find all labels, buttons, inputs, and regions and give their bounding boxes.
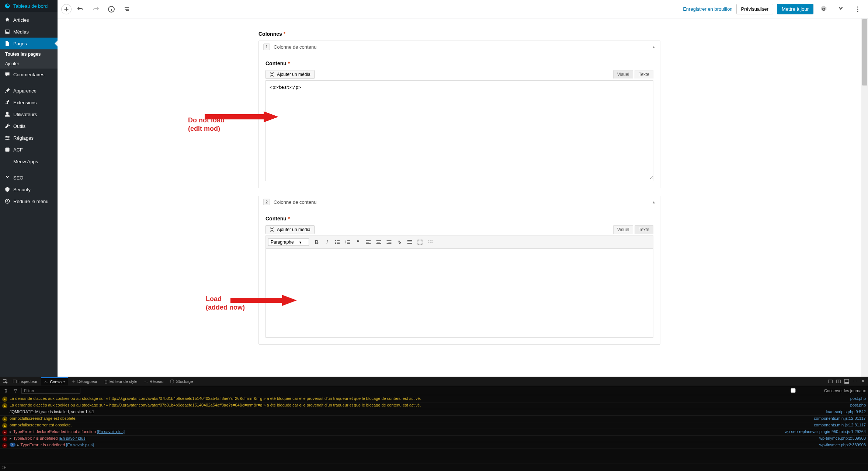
debugger-tab[interactable]: Débogueur <box>69 378 100 385</box>
sidebar-item-users[interactable]: Utilisateurs <box>0 108 58 120</box>
sidebar-sub-add[interactable]: Ajouter <box>0 59 58 69</box>
inspect-picker-icon[interactable] <box>1 378 9 385</box>
collapse-icon[interactable]: ▲ <box>652 200 656 204</box>
visual-tab[interactable]: Visuel <box>613 225 633 234</box>
svg-rect-39 <box>428 242 429 243</box>
settings-gear-button[interactable] <box>817 3 830 16</box>
content-textarea[interactable] <box>266 81 653 179</box>
update-button[interactable]: Mettre à jour <box>777 4 813 14</box>
console-line: ▲onmozfullscreenerror est obsolète.compo… <box>0 422 868 429</box>
bold-button[interactable]: B <box>312 237 322 247</box>
quote-button[interactable]: “ <box>353 237 363 247</box>
svg-point-12 <box>335 240 336 241</box>
svg-point-5 <box>5 199 9 203</box>
console-line: JQMIGRATE: Migrate is installed, version… <box>0 409 868 416</box>
add-media-button[interactable]: Ajouter un média <box>265 70 315 79</box>
acf-row-header[interactable]: 1 Colonne de contenu ▲ <box>259 41 660 53</box>
add-block-button[interactable] <box>61 4 72 14</box>
visual-tab[interactable]: Visuel <box>613 70 633 78</box>
sidebar-item-articles[interactable]: Articles <box>0 14 58 26</box>
pin-icon <box>4 16 11 24</box>
sidebar-item-tools[interactable]: Outils <box>0 120 58 132</box>
style-editor-tab[interactable]: {}Éditeur de style <box>101 378 140 385</box>
svg-rect-17 <box>337 243 340 244</box>
collapse-icon[interactable]: ▲ <box>652 45 656 49</box>
redo-button[interactable] <box>89 3 103 16</box>
sidebar-item-seo[interactable]: SEO <box>0 172 58 184</box>
sidebar-label: Utilisateurs <box>13 112 37 117</box>
add-media-button[interactable]: Ajouter un média <box>265 225 315 234</box>
tinymce-content[interactable] <box>266 249 653 337</box>
shield-icon <box>4 186 11 193</box>
outline-button[interactable] <box>120 3 133 16</box>
dt-more-icon[interactable]: ⋯ <box>851 378 858 385</box>
italic-button[interactable]: I <box>322 237 332 247</box>
svg-rect-37 <box>430 240 431 241</box>
dt-iframe-icon[interactable] <box>827 378 834 385</box>
fullscreen-button[interactable] <box>415 237 425 247</box>
user-icon <box>4 111 11 118</box>
ul-button[interactable] <box>333 237 342 247</box>
toolbar-toggle-button[interactable] <box>426 237 435 247</box>
filter-input[interactable] <box>21 388 80 394</box>
media-icon <box>4 28 11 35</box>
align-left-button[interactable] <box>364 237 373 247</box>
trash-icon[interactable] <box>2 387 10 394</box>
filter-icon[interactable] <box>12 387 19 394</box>
wrench-icon <box>4 122 11 130</box>
sidebar-label: SEO <box>13 175 23 181</box>
sidebar-item-collapse[interactable]: Réduire le menu <box>0 195 58 207</box>
more-button[interactable] <box>405 237 414 247</box>
sidebar-item-meowapps[interactable]: Meow Apps <box>0 156 58 167</box>
persist-checkbox[interactable] <box>764 388 823 393</box>
text-tab[interactable]: Texte <box>635 225 653 234</box>
svg-rect-26 <box>366 243 371 244</box>
link-button[interactable] <box>395 237 404 247</box>
sidebar-sub-all-pages[interactable]: Toutes les pages <box>0 49 58 59</box>
more-menu-button[interactable] <box>851 3 864 16</box>
storage-tab[interactable]: Stockage <box>167 378 196 385</box>
sidebar-label: Meow Apps <box>13 159 38 164</box>
columns-field-label: Colonnes * <box>258 28 660 41</box>
acf-row-header[interactable]: 2 Colonne de contenu ▲ <box>259 196 660 208</box>
comment-icon <box>4 71 11 78</box>
align-center-button[interactable] <box>374 237 383 247</box>
sidebar-item-media[interactable]: Médias <box>0 26 58 38</box>
ol-button[interactable]: 123 <box>343 237 353 247</box>
sidebar-item-acf[interactable]: ACF <box>0 144 58 156</box>
inspector-tab[interactable]: Inspecteur <box>10 378 40 385</box>
row-title: Colonne de contenu <box>274 199 316 205</box>
svg-rect-28 <box>377 242 380 243</box>
sidebar-item-pages[interactable]: Pages <box>0 38 58 49</box>
svg-point-3 <box>7 139 8 140</box>
undo-button[interactable] <box>74 3 87 16</box>
sidebar-label: Réglages <box>13 135 34 141</box>
yoast-button[interactable] <box>834 3 847 16</box>
row-number: 2 <box>263 199 270 205</box>
info-button[interactable] <box>105 3 118 16</box>
dt-close-icon[interactable]: ✕ <box>859 378 867 385</box>
sidebar-dashboard[interactable]: Tableau de bord <box>0 0 58 12</box>
dt-dock-icon[interactable] <box>843 378 850 385</box>
sidebar-item-plugins[interactable]: Extensions <box>0 97 58 108</box>
console-prompt[interactable]: ≫ <box>0 464 868 471</box>
sidebar-label: Commentaires <box>13 72 45 77</box>
preview-button[interactable]: Prévisualiser <box>736 4 773 14</box>
scrollbar-track[interactable] <box>861 18 868 377</box>
text-tab[interactable]: Texte <box>635 70 653 78</box>
scrollbar-thumb[interactable] <box>862 19 867 86</box>
sidebar-item-security[interactable]: Security <box>0 184 58 195</box>
persist-logs-toggle[interactable]: Conserver les journaux <box>764 388 866 393</box>
sidebar-item-settings[interactable]: Réglages <box>0 132 58 144</box>
network-tab[interactable]: ↑↓Réseau <box>141 378 167 385</box>
console-tab[interactable]: Console <box>41 377 67 385</box>
editor-content: Colonnes * 1 Colonne de contenu ▲ Conten… <box>58 18 861 377</box>
console-line: ▲La demande d'accès aux cookies ou au st… <box>0 402 868 409</box>
sidebar-item-appearance[interactable]: Apparence <box>0 85 58 97</box>
format-select[interactable]: Paragraphe ▼ <box>268 238 309 246</box>
sidebar-item-comments[interactable]: Commentaires <box>0 69 58 80</box>
sidebar-submenu-pages: Toutes les pages Ajouter <box>0 49 58 69</box>
save-draft-button[interactable]: Enregistrer en brouillon <box>683 6 732 12</box>
dt-split-icon[interactable] <box>835 378 842 385</box>
align-right-button[interactable] <box>384 237 394 247</box>
